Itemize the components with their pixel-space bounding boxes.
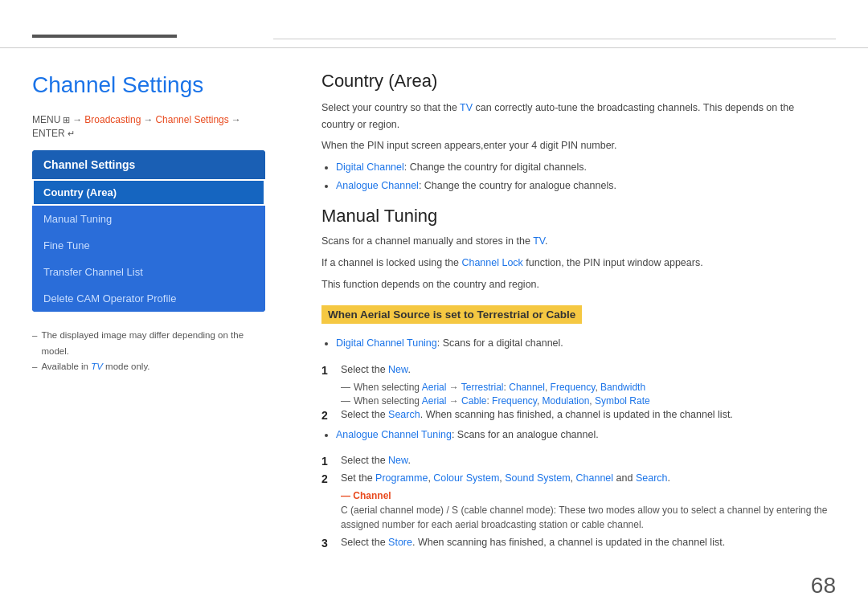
note-2: – Available in TV mode only. — [32, 359, 265, 375]
digital-channel-tuning-label: Digital Channel Tuning — [336, 337, 437, 349]
note-1-text: The displayed image may differ depending… — [41, 328, 265, 359]
country-area-title: Country (Area) — [321, 71, 828, 92]
sub-note-terrestrial: ― When selecting Aerial → Terrestrial: C… — [341, 382, 828, 393]
step-2-digital: 2 Select the Search. When scanning has f… — [321, 409, 828, 422]
menu-path: MENU ⊞ → Broadcasting → Channel Settings… — [32, 114, 265, 139]
colour-system-link: Colour System — [433, 472, 499, 484]
frequency-link-2: Frequency — [492, 395, 537, 407]
new-link-1: New — [388, 364, 407, 375]
step-3: 3 Select the Store. When scanning has fi… — [321, 537, 828, 550]
manual-tuning-desc1: Scans for a channel manually and stores … — [321, 233, 828, 250]
search-link-2: Search — [636, 472, 668, 484]
country-area-bullets: Digital Channel: Change the country for … — [336, 159, 828, 195]
menu-label: MENU — [32, 114, 60, 125]
tv-link-1: TV — [460, 102, 473, 113]
cable-link: Cable — [461, 395, 486, 407]
enter-label: ENTER — [32, 128, 65, 139]
analogue-channel-label: Analogue Channel — [336, 180, 419, 191]
sub-note-cable: ― When selecting Aerial → Cable: Frequen… — [341, 395, 828, 407]
digital-channel-tuning-text: : Scans for a digital channel. — [437, 337, 563, 349]
channel-sub-desc: C (aerial channel mode) / S (cable chann… — [341, 503, 828, 532]
channel-settings-link[interactable]: Channel Settings — [155, 114, 228, 125]
country-area-desc2: When the PIN input screen appears,enter … — [321, 137, 828, 154]
step-1: 1 Select the New. — [321, 364, 828, 377]
right-panel: Country (Area) Select your country so th… — [289, 48, 868, 612]
symbol-rate-link: Symbol Rate — [595, 395, 650, 407]
page-number: 68 — [811, 573, 836, 599]
enter-icon: ↵ — [68, 129, 75, 139]
step-3-text: Select the Store. When scanning has fini… — [341, 537, 725, 548]
frequency-link-1: Frequency — [551, 382, 596, 393]
search-link-1: Search — [388, 409, 420, 420]
channel-link-2: Channel — [576, 472, 614, 484]
analogue-channel-tuning-item: Analogue Channel Tuning: Scans for an an… — [336, 427, 828, 443]
store-link: Store — [388, 537, 412, 548]
channel-settings-box-header: Channel Settings — [32, 150, 265, 179]
new-link-2: New — [388, 455, 407, 466]
digital-channel-label: Digital Channel — [336, 161, 404, 173]
digital-channel-tuning-item: Digital Channel Tuning: Scans for a digi… — [336, 335, 828, 352]
channel-lock-link: Channel Lock — [461, 257, 522, 268]
aerial-link-2: Aerial — [422, 395, 447, 407]
page-title: Channel Settings — [32, 72, 265, 98]
bullet-analogue-channel: Analogue Channel: Change the country for… — [336, 178, 828, 194]
main-layout: Channel Settings MENU ⊞ → Broadcasting →… — [0, 48, 868, 612]
country-area-desc1: Select your country so that the TV can c… — [321, 100, 828, 133]
analogue-channel-tuning-label: Analogue Channel Tuning — [336, 429, 452, 440]
top-bar-right-line — [273, 39, 836, 39]
menu-icon: ⊞ — [63, 115, 70, 125]
step-2b-text: Set the Programme, Colour System, Sound … — [341, 472, 670, 484]
channel-sub-section: ― Channel C (aerial channel mode) / S (c… — [341, 490, 828, 532]
step-2-digital-text: Select the Search. When scanning has fin… — [341, 409, 733, 420]
notes-section: – The displayed image may differ dependi… — [32, 328, 265, 375]
arrow1: → — [72, 114, 82, 125]
tv-link-2: TV — [533, 235, 545, 247]
aerial-link-1: Aerial — [422, 382, 447, 393]
channel-settings-box: Channel Settings Country (Area) Manual T… — [32, 150, 265, 312]
top-bar — [0, 0, 868, 48]
step-1b-text: Select the New. — [341, 455, 411, 466]
step-1-text: Select the New. — [341, 364, 411, 375]
note-1: – The displayed image may differ dependi… — [32, 328, 265, 359]
bandwidth-link: Bandwidth — [600, 382, 645, 393]
menu-item-delete-cam[interactable]: Delete CAM Operator Profile — [32, 285, 265, 312]
tv-note-link: TV — [91, 362, 103, 371]
channel-link-1: Channel — [509, 382, 545, 393]
analogue-channel-text: : Change the country for analogue channe… — [419, 180, 616, 191]
sound-system-link: Sound System — [505, 472, 570, 484]
step-1b: 1 Select the New. — [321, 455, 828, 468]
arrow3: → — [231, 114, 241, 125]
manual-tuning-title: Manual Tuning — [321, 206, 828, 227]
step-2b: 2 Set the Programme, Colour System, Soun… — [321, 472, 828, 485]
menu-item-fine-tune[interactable]: Fine Tune — [32, 232, 265, 259]
digital-channel-text: : Change the country for digital channel… — [404, 161, 587, 173]
top-bar-left-decoration — [32, 35, 273, 41]
left-panel: Channel Settings MENU ⊞ → Broadcasting →… — [0, 48, 289, 612]
menu-item-country-area[interactable]: Country (Area) — [32, 179, 265, 206]
top-bar-accent-line — [32, 35, 177, 38]
terrestrial-link: Terrestrial — [461, 382, 504, 393]
menu-item-transfer-channel-list[interactable]: Transfer Channel List — [32, 259, 265, 285]
bullet-digital-channel: Digital Channel: Change the country for … — [336, 159, 828, 176]
modulation-link: Modulation — [542, 395, 590, 407]
arrow2: → — [143, 114, 153, 125]
manual-tuning-desc3: This function depends on the country and… — [321, 276, 828, 293]
analogue-tuning-bullet: Analogue Channel Tuning: Scans for an an… — [336, 427, 828, 443]
analogue-channel-tuning-text: : Scans for an analogue channel. — [452, 429, 599, 440]
broadcasting-link[interactable]: Broadcasting — [84, 114, 141, 125]
programme-link: Programme — [375, 472, 428, 484]
digital-tuning-bullet: Digital Channel Tuning: Scans for a digi… — [336, 335, 828, 352]
highlight-box: When Aerial Source is set to Terrestrial… — [321, 305, 582, 324]
menu-item-manual-tuning[interactable]: Manual Tuning — [32, 206, 265, 232]
manual-tuning-desc2: If a channel is locked using the Channel… — [321, 255, 828, 272]
channel-sub-label: ― Channel — [341, 490, 828, 501]
